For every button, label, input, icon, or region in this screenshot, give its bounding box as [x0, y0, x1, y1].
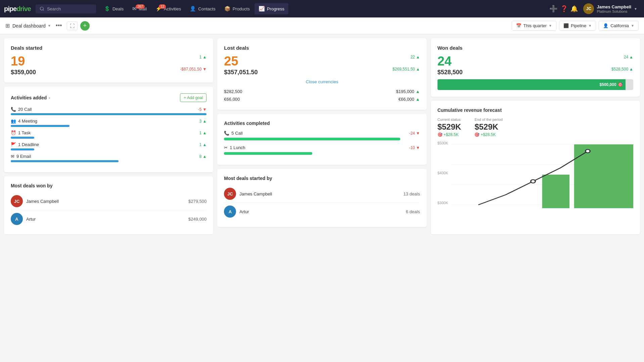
- person-amount-a: $249,000: [188, 217, 206, 222]
- nav-products-label: Products: [233, 6, 250, 11]
- person-row-2: A Artur $249,000: [11, 210, 206, 228]
- activity-deadline-change: 1 ▲: [199, 142, 207, 147]
- activities-completed-card: Activities completed 📞 5 Call -24 ▼: [217, 114, 426, 165]
- nav-item-deals[interactable]: 💲 Deals: [100, 3, 128, 14]
- won-count-change: 24 ▲: [611, 55, 633, 59]
- region-filter[interactable]: 👤 California ▼: [599, 21, 639, 31]
- arrow-down-icon: ▼: [416, 145, 420, 150]
- arrow-up-icon: ▲: [202, 119, 206, 124]
- chevron-down-icon: ▼: [48, 24, 51, 28]
- mail-badge: 267: [136, 4, 145, 9]
- deals-started-amount-change: -$87,051.50 ▼: [180, 67, 206, 72]
- target-icon: 🎯: [474, 132, 479, 137]
- search-box[interactable]: Search: [36, 4, 96, 13]
- goal-bar-bg: $500,000 🎯: [438, 79, 633, 90]
- started-person-row-1: JC James Campbell 13 deals: [224, 185, 420, 203]
- search-placeholder: Search: [47, 6, 61, 11]
- nav-progress-label: Progress: [267, 6, 284, 11]
- lost-amount-change: $269,551.50 ▲: [393, 67, 420, 72]
- chart-line: [478, 151, 588, 205]
- add-icon[interactable]: ➕: [549, 5, 558, 13]
- deals-started-count-change: 1 ▲: [180, 55, 206, 59]
- forecast-cols: Current status $529K 🎯 +$28.5K End of th…: [438, 118, 633, 137]
- top-nav: pipedrive Search 💲 Deals ✉ Mail 267 ⚡ Ac…: [0, 0, 644, 17]
- more-options-button[interactable]: •••: [54, 21, 64, 30]
- most-deals-won-title: Most deals won by: [11, 183, 206, 188]
- won-deals-card: Won deals 24 $528,500 24 ▲ $528,500 ▲: [431, 38, 640, 97]
- activity-email-change: 8 ▲: [199, 154, 207, 159]
- completed-call: 📞 5 Call -24 ▼: [224, 131, 420, 140]
- started-avatar-jc: JC: [224, 188, 236, 200]
- arrow-up-icon: ▲: [416, 67, 420, 72]
- chevron-down-icon: ▼: [549, 24, 552, 28]
- user-name: James Campbell: [597, 4, 631, 9]
- chevron-down-icon: ▼: [588, 24, 592, 28]
- chevron-right-icon: ›: [49, 96, 50, 100]
- chevron-down-icon: ▼: [631, 24, 634, 28]
- deals-started-changes: 1 ▲ -$87,051.50 ▼: [180, 55, 206, 72]
- close-currencies-link[interactable]: Close currencies: [224, 79, 420, 84]
- cumulative-forecast-title: Cumulative revenue forecast: [438, 107, 633, 113]
- deals-started-number: 19: [11, 55, 36, 67]
- user-info[interactable]: JC James Campbell Platinum Solutions ▼: [581, 2, 640, 15]
- add-goal-button[interactable]: + Add goal: [180, 93, 206, 102]
- current-value: $529K: [438, 122, 461, 132]
- deals-started-amount: $359,000: [11, 69, 36, 76]
- nav-item-progress[interactable]: 📈 Progress: [255, 3, 288, 14]
- nav-item-activities[interactable]: ⚡ Activities 12: [151, 3, 185, 14]
- question-icon[interactable]: ❓: [560, 5, 568, 12]
- completed-lunch: ✂ 1 Lunch -10 ▼: [224, 145, 420, 155]
- goal-bar-fill: $500,000 🎯: [438, 79, 626, 90]
- current-status-label: Current status: [438, 118, 461, 122]
- bell-icon[interactable]: 🔔: [570, 5, 578, 12]
- period-label: End of the period: [474, 118, 503, 122]
- chart-dot-2: [585, 149, 590, 153]
- nav-items: 💲 Deals ✉ Mail 267 ⚡ Activities 12 👤 Con…: [100, 3, 548, 14]
- activity-meeting: 👥 4 Meeting 3 ▲: [11, 119, 206, 127]
- deals-icon: 💲: [104, 6, 110, 12]
- quarter-filter[interactable]: 📅 This quarter ▼: [512, 21, 556, 31]
- dashboard-title[interactable]: Deal dashboard ▼: [12, 23, 51, 29]
- activity-deadline: 🚩 1 Deadline 1 ▲: [11, 142, 206, 150]
- chart-bar-1: [542, 175, 569, 208]
- arrow-up-icon: ▲: [629, 67, 633, 72]
- expand-button[interactable]: ⛶: [67, 21, 78, 30]
- arrow-up-icon: ▲: [202, 142, 206, 147]
- logo[interactable]: pipedrive: [4, 5, 31, 13]
- activity-email-bar: [11, 160, 119, 162]
- nav-deals-label: Deals: [112, 6, 124, 11]
- contacts-icon: 👤: [190, 6, 196, 12]
- task-icon: ⏰: [11, 130, 16, 135]
- col-2: Lost deals 25 $357,051.50 22 ▲ $269,551.…: [217, 38, 426, 234]
- activities-badge: 12: [159, 4, 166, 9]
- activity-call: 📞 20 Call -5 ▼: [11, 107, 206, 115]
- most-deals-started-title: Most deals started by: [224, 176, 420, 181]
- activity-task: ⏰ 1 Task 1 ▲: [11, 130, 206, 139]
- add-button[interactable]: +: [80, 21, 90, 31]
- nav-item-products[interactable]: 📦 Products: [220, 3, 254, 14]
- activity-call-label: 📞 20 Call: [11, 107, 32, 112]
- forecast-period: End of the period $529K 🎯 +$28.5K: [474, 118, 503, 137]
- person-name-a: Artur: [26, 217, 185, 222]
- activities-added-title[interactable]: Activities added ›: [11, 95, 50, 100]
- arrow-up-icon: ▲: [202, 55, 206, 59]
- chart-dot-1: [531, 180, 535, 183]
- email-icon: ✉: [11, 154, 14, 159]
- chart-y-labels: $500K $400K $300K: [438, 141, 448, 208]
- nav-item-mail[interactable]: ✉ Mail 267: [128, 3, 151, 14]
- arrow-up-icon: ▲: [416, 55, 420, 59]
- most-deals-won-card: Most deals won by JC James Campbell $279…: [4, 176, 213, 234]
- activities-added-card: Activities added › + Add goal 📞 20 Call …: [4, 87, 213, 172]
- user-company: Platinum Solutions: [597, 9, 631, 13]
- pipeline-filter[interactable]: ⬛ Pipeline ▼: [559, 21, 596, 31]
- completed-lunch-change: -10 ▼: [409, 145, 420, 150]
- most-deals-started-card: Most deals started by JC James Campbell …: [217, 169, 426, 227]
- col-3: Won deals 24 $528,500 24 ▲ $528,500 ▲: [431, 38, 640, 234]
- arrow-up-icon: ▲: [202, 131, 206, 135]
- nav-item-contacts[interactable]: 👤 Contacts: [186, 3, 219, 14]
- deals-started-count: 19 $359,000: [11, 55, 36, 76]
- goal-bar-label: $500,000 🎯: [600, 82, 623, 87]
- started-count-jc: 13 deals: [404, 191, 420, 196]
- target-icon: 🎯: [618, 82, 623, 87]
- activity-task-bar: [11, 137, 34, 139]
